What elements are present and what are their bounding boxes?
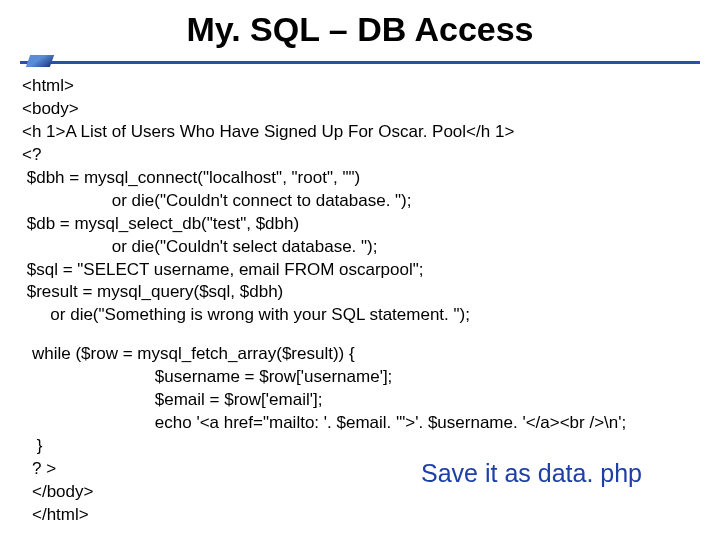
title-divider (20, 57, 700, 67)
slide: My. SQL – DB Access <html> <body> <h 1>A… (0, 0, 720, 540)
divider-diamond-icon (26, 55, 54, 67)
save-note: Save it as data. php (421, 459, 642, 488)
slide-title: My. SQL – DB Access (20, 10, 700, 49)
code-block-2: while ($row = mysql_fetch_array($result)… (32, 343, 700, 527)
code-block-1: <html> <body> <h 1>A List of Users Who H… (22, 75, 700, 327)
divider-line (20, 61, 700, 64)
